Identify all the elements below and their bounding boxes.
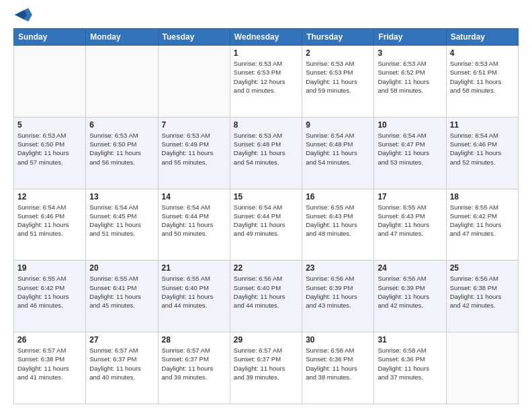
day-info: Sunrise: 6:54 AM Sunset: 6:46 PM Dayligh… — [450, 131, 515, 167]
day-number: 29 — [234, 335, 298, 345]
calendar-cell: 16Sunrise: 6:55 AM Sunset: 6:43 PM Dayli… — [302, 189, 374, 261]
day-number: 5 — [17, 120, 82, 130]
calendar-cell — [446, 332, 518, 404]
calendar-cell: 9Sunrise: 6:54 AM Sunset: 6:48 PM Daylig… — [302, 117, 374, 189]
day-info: Sunrise: 6:56 AM Sunset: 6:38 PM Dayligh… — [450, 274, 515, 310]
day-info: Sunrise: 6:56 AM Sunset: 6:39 PM Dayligh… — [306, 274, 370, 310]
day-number: 31 — [378, 335, 442, 345]
calendar-cell: 24Sunrise: 6:56 AM Sunset: 6:39 PM Dayli… — [374, 261, 446, 332]
day-info: Sunrise: 6:53 AM Sunset: 6:53 PM Dayligh… — [306, 59, 370, 95]
day-number: 21 — [162, 263, 226, 273]
calendar-cell: 6Sunrise: 6:53 AM Sunset: 6:50 PM Daylig… — [86, 117, 158, 189]
day-number: 27 — [89, 335, 154, 345]
header — [13, 11, 519, 21]
day-number: 17 — [378, 192, 442, 201]
day-number: 13 — [89, 192, 154, 201]
calendar-cell: 5Sunrise: 6:53 AM Sunset: 6:50 PM Daylig… — [14, 117, 86, 189]
day-info: Sunrise: 6:54 AM Sunset: 6:45 PM Dayligh… — [89, 203, 154, 238]
calendar-cell: 7Sunrise: 6:53 AM Sunset: 6:49 PM Daylig… — [158, 117, 230, 189]
day-info: Sunrise: 6:53 AM Sunset: 6:50 PM Dayligh… — [17, 131, 82, 167]
day-info: Sunrise: 6:55 AM Sunset: 6:40 PM Dayligh… — [162, 274, 226, 310]
day-info: Sunrise: 6:56 AM Sunset: 6:40 PM Dayligh… — [234, 274, 298, 310]
day-info: Sunrise: 6:56 AM Sunset: 6:39 PM Dayligh… — [378, 274, 442, 310]
day-number: 30 — [306, 335, 370, 345]
day-info: Sunrise: 6:58 AM Sunset: 6:36 PM Dayligh… — [378, 346, 442, 381]
calendar-week-row: 19Sunrise: 6:55 AM Sunset: 6:42 PM Dayli… — [14, 261, 519, 332]
day-number: 7 — [162, 120, 226, 130]
day-number: 25 — [450, 263, 515, 273]
calendar-header-wednesday: Wednesday — [230, 29, 302, 46]
day-number: 18 — [450, 192, 515, 201]
calendar-cell: 8Sunrise: 6:53 AM Sunset: 6:48 PM Daylig… — [230, 117, 302, 189]
day-info: Sunrise: 6:53 AM Sunset: 6:51 PM Dayligh… — [450, 59, 515, 95]
calendar-cell: 20Sunrise: 6:55 AM Sunset: 6:41 PM Dayli… — [86, 261, 158, 332]
calendar-cell: 11Sunrise: 6:54 AM Sunset: 6:46 PM Dayli… — [446, 117, 518, 189]
day-info: Sunrise: 6:54 AM Sunset: 6:44 PM Dayligh… — [162, 203, 226, 238]
calendar-week-row: 5Sunrise: 6:53 AM Sunset: 6:50 PM Daylig… — [14, 117, 519, 189]
calendar-header-saturday: Saturday — [446, 29, 518, 46]
calendar-cell — [86, 46, 158, 118]
logo-arrow-icon — [15, 8, 32, 21]
day-info: Sunrise: 6:57 AM Sunset: 6:37 PM Dayligh… — [234, 346, 298, 381]
day-info: Sunrise: 6:53 AM Sunset: 6:50 PM Dayligh… — [89, 131, 154, 167]
calendar-cell: 15Sunrise: 6:54 AM Sunset: 6:44 PM Dayli… — [230, 189, 302, 261]
calendar-cell: 21Sunrise: 6:55 AM Sunset: 6:40 PM Dayli… — [158, 261, 230, 332]
calendar-header-thursday: Thursday — [302, 29, 374, 46]
day-number: 9 — [306, 120, 370, 130]
calendar-header-row: SundayMondayTuesdayWednesdayThursdayFrid… — [14, 29, 519, 46]
day-number: 23 — [306, 263, 370, 273]
day-info: Sunrise: 6:54 AM Sunset: 6:47 PM Dayligh… — [378, 131, 442, 167]
calendar-cell: 23Sunrise: 6:56 AM Sunset: 6:39 PM Dayli… — [302, 261, 374, 332]
day-number: 10 — [378, 120, 442, 130]
day-info: Sunrise: 6:54 AM Sunset: 6:46 PM Dayligh… — [17, 203, 82, 238]
day-number: 12 — [17, 192, 82, 201]
calendar-cell: 10Sunrise: 6:54 AM Sunset: 6:47 PM Dayli… — [374, 117, 446, 189]
calendar-cell: 31Sunrise: 6:58 AM Sunset: 6:36 PM Dayli… — [374, 332, 446, 404]
day-info: Sunrise: 6:55 AM Sunset: 6:43 PM Dayligh… — [306, 203, 370, 238]
calendar-cell: 13Sunrise: 6:54 AM Sunset: 6:45 PM Dayli… — [86, 189, 158, 261]
day-number: 19 — [17, 263, 82, 273]
day-info: Sunrise: 6:53 AM Sunset: 6:53 PM Dayligh… — [234, 59, 298, 95]
day-number: 2 — [306, 48, 370, 58]
day-number: 8 — [234, 120, 298, 130]
calendar-week-row: 26Sunrise: 6:57 AM Sunset: 6:38 PM Dayli… — [14, 332, 519, 404]
day-info: Sunrise: 6:53 AM Sunset: 6:48 PM Dayligh… — [234, 131, 298, 167]
day-number: 20 — [89, 263, 154, 273]
calendar-cell: 25Sunrise: 6:56 AM Sunset: 6:38 PM Dayli… — [446, 261, 518, 332]
calendar-cell: 17Sunrise: 6:55 AM Sunset: 6:43 PM Dayli… — [374, 189, 446, 261]
calendar-header-monday: Monday — [86, 29, 158, 46]
calendar-cell: 29Sunrise: 6:57 AM Sunset: 6:37 PM Dayli… — [230, 332, 302, 404]
calendar-header-tuesday: Tuesday — [158, 29, 230, 46]
day-number: 28 — [162, 335, 226, 345]
calendar-cell: 30Sunrise: 6:58 AM Sunset: 6:36 PM Dayli… — [302, 332, 374, 404]
day-info: Sunrise: 6:58 AM Sunset: 6:36 PM Dayligh… — [306, 346, 370, 381]
calendar-header-sunday: Sunday — [14, 29, 86, 46]
calendar-cell — [158, 46, 230, 118]
day-info: Sunrise: 6:57 AM Sunset: 6:38 PM Dayligh… — [17, 346, 82, 381]
calendar-cell: 4Sunrise: 6:53 AM Sunset: 6:51 PM Daylig… — [446, 46, 518, 118]
day-info: Sunrise: 6:53 AM Sunset: 6:52 PM Dayligh… — [378, 59, 442, 95]
day-number: 26 — [17, 335, 82, 345]
day-info: Sunrise: 6:55 AM Sunset: 6:43 PM Dayligh… — [378, 203, 442, 238]
day-number: 1 — [234, 48, 298, 58]
calendar-cell: 14Sunrise: 6:54 AM Sunset: 6:44 PM Dayli… — [158, 189, 230, 261]
calendar-cell: 2Sunrise: 6:53 AM Sunset: 6:53 PM Daylig… — [302, 46, 374, 118]
day-number: 11 — [450, 120, 515, 130]
day-info: Sunrise: 6:53 AM Sunset: 6:49 PM Dayligh… — [162, 131, 226, 167]
day-number: 15 — [234, 192, 298, 201]
logo — [13, 11, 32, 21]
calendar-week-row: 12Sunrise: 6:54 AM Sunset: 6:46 PM Dayli… — [14, 189, 519, 261]
day-number: 14 — [162, 192, 226, 201]
calendar-cell: 22Sunrise: 6:56 AM Sunset: 6:40 PM Dayli… — [230, 261, 302, 332]
day-info: Sunrise: 6:55 AM Sunset: 6:42 PM Dayligh… — [17, 274, 82, 310]
calendar-cell — [14, 46, 86, 118]
calendar-table: SundayMondayTuesdayWednesdayThursdayFrid… — [13, 28, 519, 404]
calendar-cell: 26Sunrise: 6:57 AM Sunset: 6:38 PM Dayli… — [14, 332, 86, 404]
day-number: 3 — [378, 48, 442, 58]
calendar-cell: 28Sunrise: 6:57 AM Sunset: 6:37 PM Dayli… — [158, 332, 230, 404]
calendar-cell: 19Sunrise: 6:55 AM Sunset: 6:42 PM Dayli… — [14, 261, 86, 332]
calendar-header-friday: Friday — [374, 29, 446, 46]
day-number: 16 — [306, 192, 370, 201]
day-number: 4 — [450, 48, 515, 58]
calendar-cell: 27Sunrise: 6:57 AM Sunset: 6:37 PM Dayli… — [86, 332, 158, 404]
